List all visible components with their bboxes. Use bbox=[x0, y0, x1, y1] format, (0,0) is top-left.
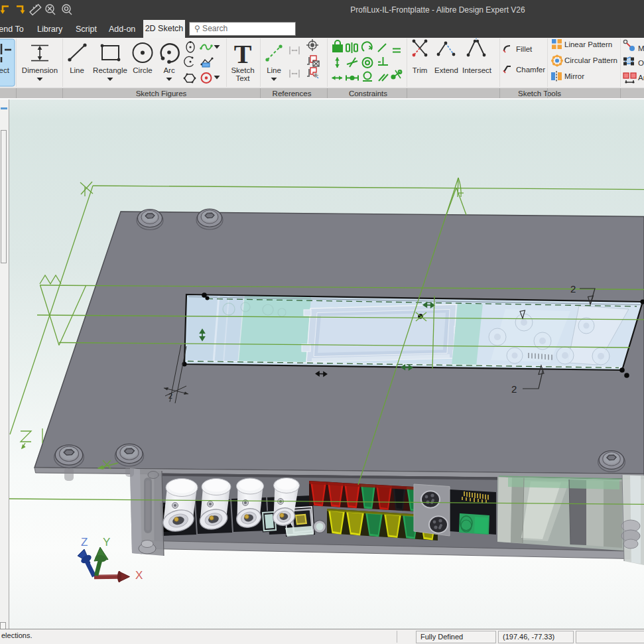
svg-text:2: 2 bbox=[511, 383, 517, 395]
svg-text:Mo: Mo bbox=[638, 44, 644, 52]
svg-text:Line: Line bbox=[267, 66, 281, 74]
svg-text:Ar: Ar bbox=[638, 74, 644, 82]
svg-text:Fillet: Fillet bbox=[516, 45, 533, 53]
svg-text:Dimension: Dimension bbox=[22, 66, 58, 74]
svg-text:Y: Y bbox=[103, 536, 110, 548]
svg-text:2: 2 bbox=[570, 283, 576, 294]
svg-text:Sketch: Sketch bbox=[231, 66, 254, 74]
svg-text:Mirror: Mirror bbox=[564, 72, 584, 80]
svg-text:2: 2 bbox=[168, 392, 172, 400]
svg-text:X: X bbox=[135, 569, 143, 582]
svg-text:Circular Pattern: Circular Pattern bbox=[564, 56, 617, 64]
svg-text:Z: Z bbox=[81, 536, 88, 548]
svg-text:Circle: Circle bbox=[133, 66, 152, 74]
svg-text:Linear Pattern: Linear Pattern bbox=[564, 40, 612, 48]
svg-text:Text: Text bbox=[235, 74, 250, 82]
svg-text:Trim: Trim bbox=[413, 66, 428, 74]
svg-text:T: T bbox=[234, 39, 252, 69]
svg-text:Of: Of bbox=[638, 59, 644, 67]
svg-text:Rectangle: Rectangle bbox=[93, 66, 127, 74]
svg-text:Intersect: Intersect bbox=[462, 66, 492, 74]
svg-text:Line: Line bbox=[70, 66, 84, 74]
svg-text:Extend: Extend bbox=[434, 66, 458, 74]
svg-text:lect: lect bbox=[0, 66, 10, 74]
svg-text:Chamfer: Chamfer bbox=[516, 66, 545, 74]
svg-text:Arc: Arc bbox=[163, 66, 175, 74]
